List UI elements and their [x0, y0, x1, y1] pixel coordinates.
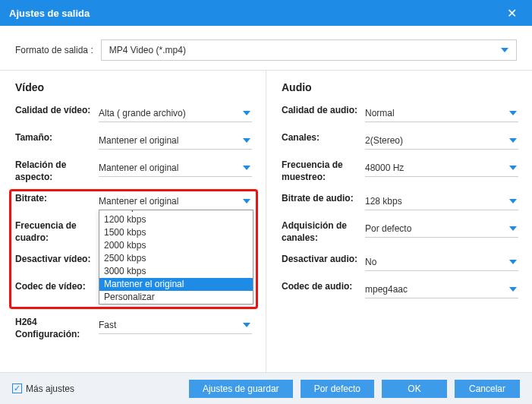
video-size-value: Mantener el original — [99, 135, 178, 146]
columns: Vídeo Calidad de vídeo: Alta ( grande ar… — [0, 71, 532, 372]
default-button[interactable]: Por defecto — [301, 380, 374, 398]
audio-bitrate-row: Bitrate de audio: 128 kbps — [282, 192, 518, 210]
video-aspect-value: Mantener el original — [99, 163, 178, 173]
audio-samplerate-value: 48000 Hz — [365, 163, 404, 173]
video-size-label: Tamaño: — [15, 131, 99, 144]
video-quality-value: Alta ( grande archivo) — [99, 108, 186, 118]
chevron-down-icon — [509, 226, 517, 231]
chevron-down-icon — [243, 166, 250, 170]
audio-acquire-row: Adquisición de canales: Por defecto — [282, 219, 518, 244]
video-h264-label: H264 Configuración: — [15, 316, 99, 340]
chevron-down-icon — [509, 260, 517, 264]
video-bitrate-option[interactable]: Mantener el original — [99, 278, 253, 291]
window-title: Ajustes de salida — [9, 8, 90, 19]
chevron-down-icon — [501, 48, 508, 52]
video-disable-label: Desactivar vídeo: — [15, 253, 99, 265]
output-format-row: Formato de salida : MP4 Video (*.mp4) — [0, 26, 532, 70]
video-bitrate-option[interactable]: 1200 kbps — [99, 213, 253, 226]
video-bitrate-option[interactable]: 2500 kbps — [99, 252, 253, 265]
ok-button[interactable]: OK — [382, 380, 447, 398]
chevron-down-icon — [243, 199, 250, 204]
audio-disable-label: Desactivar audio: — [282, 253, 365, 265]
video-bitrate-option[interactable]: 3000 kbps — [99, 265, 253, 278]
video-bitrate-select[interactable]: Mantener el original — [99, 192, 252, 210]
video-column: Vídeo Calidad de vídeo: Alta ( grande ar… — [0, 71, 266, 372]
audio-codec-label: Codec de audio: — [282, 280, 365, 292]
video-h264-value: Fast — [99, 320, 116, 330]
audio-acquire-label: Adquisición de canales: — [282, 219, 365, 244]
audio-codec-row: Codec de audio: mpeg4aac — [282, 280, 518, 298]
video-bitrate-row: Bitrate: Mantener el original — [15, 192, 252, 210]
output-format-value: MP4 Video (*.mp4) — [109, 45, 186, 55]
audio-codec-select[interactable]: mpeg4aac — [365, 280, 518, 298]
audio-samplerate-select[interactable]: 48000 Hz — [365, 159, 518, 177]
video-bitrate-dropdown[interactable]: 768 kbps1200 kbps1500 kbps2000 kbps2500 … — [99, 210, 253, 305]
video-bitrate-value: Mantener el original — [99, 196, 178, 207]
video-quality-select[interactable]: Alta ( grande archivo) — [99, 104, 252, 122]
output-format-select[interactable]: MP4 Video (*.mp4) — [101, 39, 517, 61]
audio-disable-value: No — [365, 257, 376, 267]
more-settings-label: Más ajustes — [26, 383, 74, 394]
video-quality-row: Calidad de vídeo: Alta ( grande archivo) — [15, 104, 252, 122]
more-settings-checkbox[interactable]: ✓ Más ajustes — [12, 383, 181, 394]
output-format-label: Formato de salida : — [15, 45, 93, 55]
video-h264-row: H264 Configuración: Fast — [15, 308, 252, 340]
audio-channels-label: Canales: — [282, 131, 365, 144]
audio-channels-row: Canales: 2(Stereo) — [282, 131, 518, 150]
audio-section-title: Audio — [282, 81, 518, 93]
video-bitrate-option[interactable]: Personalizar — [99, 291, 253, 304]
cancel-button[interactable]: Cancelar — [455, 380, 520, 398]
titlebar: Ajustes de salida ✕ — [0, 0, 532, 26]
video-h264-select[interactable]: Fast — [99, 316, 252, 334]
audio-channels-select[interactable]: 2(Stereo) — [365, 131, 518, 150]
chevron-down-icon — [509, 287, 517, 292]
video-bitrate-option[interactable]: 2000 kbps — [99, 239, 253, 252]
video-bitrate-label: Bitrate: — [15, 192, 99, 204]
video-codec-label: Codec de vídeo: — [15, 280, 99, 292]
audio-quality-label: Calidad de audio: — [282, 104, 365, 116]
audio-column: Audio Calidad de audio: Normal Canales: … — [266, 71, 532, 372]
video-quality-label: Calidad de vídeo: — [15, 104, 99, 116]
chevron-down-icon — [509, 199, 517, 204]
video-aspect-label: Relación de aspecto: — [15, 159, 99, 183]
audio-bitrate-label: Bitrate de audio: — [282, 192, 365, 204]
audio-quality-row: Calidad de audio: Normal — [282, 104, 518, 122]
audio-quality-select[interactable]: Normal — [365, 104, 518, 122]
video-size-select[interactable]: Mantener el original — [99, 131, 252, 150]
audio-samplerate-row: Frecuencia de muestreo: 48000 Hz — [282, 159, 518, 183]
audio-bitrate-value: 128 kbps — [365, 196, 402, 207]
video-size-row: Tamaño: Mantener el original — [15, 131, 252, 150]
audio-quality-value: Normal — [365, 108, 395, 118]
audio-channels-value: 2(Stereo) — [365, 135, 403, 146]
video-aspect-select[interactable]: Mantener el original — [99, 159, 252, 177]
close-icon[interactable]: ✕ — [501, 3, 523, 24]
bottom-bar: ✓ Más ajustes Ajustes de guardar Por def… — [0, 372, 532, 404]
chevron-down-icon — [243, 111, 250, 115]
chevron-down-icon — [243, 323, 250, 327]
audio-bitrate-select[interactable]: 128 kbps — [365, 192, 518, 210]
video-framerate-label: Frecuencia de cuadro: — [15, 219, 99, 244]
audio-disable-select[interactable]: No — [365, 253, 518, 271]
audio-acquire-select[interactable]: Por defecto — [365, 219, 518, 238]
save-settings-button[interactable]: Ajustes de guardar — [189, 380, 293, 398]
audio-disable-row: Desactivar audio: No — [282, 253, 518, 271]
audio-codec-value: mpeg4aac — [365, 284, 408, 295]
audio-samplerate-label: Frecuencia de muestreo: — [282, 159, 365, 183]
checkbox-icon: ✓ — [12, 383, 22, 393]
chevron-down-icon — [509, 138, 517, 143]
chevron-down-icon — [509, 111, 517, 115]
chevron-down-icon — [243, 138, 250, 143]
chevron-down-icon — [509, 166, 517, 170]
video-bitrate-option[interactable]: 1500 kbps — [99, 226, 253, 239]
video-section-title: Vídeo — [15, 81, 252, 93]
video-aspect-row: Relación de aspecto: Mantener el origina… — [15, 159, 252, 183]
audio-acquire-value: Por defecto — [365, 223, 411, 234]
